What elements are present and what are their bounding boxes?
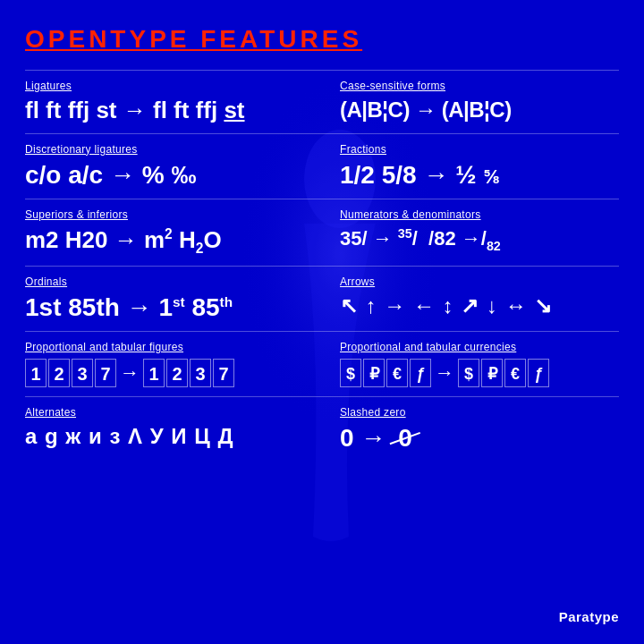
feature-alternates: Alternates а g ж и з Λ У И Ц Д — [25, 396, 322, 462]
numerators-label: Numerators & denominators — [340, 208, 608, 221]
arrows-label: Arrows — [340, 275, 608, 288]
feature-ligatures: Ligatures fl ft ffj st → fl ft ffj st — [25, 70, 322, 133]
prop-figures-content: 1 2 3 7 → 1 2 3 7 — [25, 359, 311, 387]
feature-numerators: Numerators & denominators 35/ → 35/ /82 … — [322, 199, 619, 266]
case-sensitive-content: (A|B¦C) → (A|B¦C) — [340, 97, 608, 123]
feature-prop-currencies: Proportional and tabular currencies $ ₽ … — [322, 331, 619, 396]
alternates-content: а g ж и з Λ У И Ц Д — [25, 424, 311, 449]
case-sensitive-label: Case-sensitive forms — [340, 80, 608, 92]
feature-prop-figures: Proportional and tabular figures 1 2 3 7… — [25, 331, 322, 396]
slashed-zero-label: Slashed zero — [340, 406, 608, 419]
fractions-content: 1/2 5/8 → ½ ⅝ — [340, 161, 608, 190]
feature-superiors: Superiors & inferiors m2 H20 → m2 H2O — [25, 199, 322, 266]
slashed-zero-content: 0 → 0 — [340, 424, 608, 453]
prop-figures-label: Proportional and tabular figures — [25, 341, 311, 353]
superiors-content: m2 H20 → m2 H2O — [25, 226, 311, 257]
fractions-label: Fractions — [340, 143, 608, 156]
alternates-label: Alternates — [25, 406, 311, 419]
feature-disc-ligatures: Discretionary ligatures c/o a/c → % ‰ — [25, 133, 322, 199]
feature-case-sensitive: Case-sensitive forms (A|B¦C) → (A|B¦C) — [322, 70, 619, 133]
feature-arrows: Arrows ↖ ↑ → ← ↕ ↗ ↓ ↔ ↘ — [322, 266, 619, 331]
feature-fractions: Fractions 1/2 5/8 → ½ ⅝ — [322, 133, 619, 199]
paratype-logo: Paratype — [559, 609, 619, 624]
superiors-label: Superiors & inferiors — [25, 208, 311, 221]
numerators-content: 35/ → 35/ /82 →/82 — [340, 226, 608, 253]
features-grid: Ligatures fl ft ffj st → fl ft ffj st Ca… — [25, 70, 619, 462]
disc-ligatures-content: c/o a/c → % ‰ — [25, 161, 311, 190]
prop-currencies-label: Proportional and tabular currencies — [340, 341, 608, 353]
prop-currencies-content: $ ₽ € ƒ → $ ₽ € ƒ — [340, 359, 608, 387]
ligatures-label: Ligatures — [25, 80, 311, 92]
page-title: OPENTYPE FEATURES — [25, 25, 619, 54]
ligatures-content: fl ft ffj st → fl ft ffj st — [25, 97, 311, 124]
ordinals-label: Ordinals — [25, 275, 311, 288]
disc-ligatures-label: Discretionary ligatures — [25, 143, 311, 156]
arrows-content: ↖ ↑ → ← ↕ ↗ ↓ ↔ ↘ — [340, 293, 608, 318]
ordinals-content: 1st 85th → 1st 85th — [25, 293, 311, 322]
feature-slashed-zero: Slashed zero 0 → 0 — [322, 396, 619, 462]
feature-ordinals: Ordinals 1st 85th → 1st 85th — [25, 266, 322, 331]
main-container: OPENTYPE FEATURES Ligatures fl ft ffj st… — [0, 0, 644, 644]
